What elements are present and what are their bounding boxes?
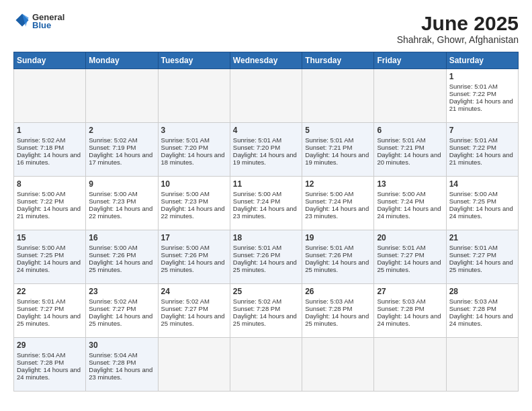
sunset-label: Sunset: 7:23 PM — [161, 197, 208, 205]
daylight-label: Daylight: 14 hours and 17 minutes. — [89, 151, 152, 166]
sunrise-label: Sunrise: 5:01 AM — [449, 136, 498, 144]
day-number: 9 — [89, 179, 154, 189]
day-info: Sunrise: 5:01 AMSunset: 7:20 PMDaylight:… — [161, 136, 227, 166]
sunset-label: Sunset: 7:26 PM — [89, 251, 136, 259]
sunrise-label: Sunrise: 5:01 AM — [233, 136, 281, 144]
column-header-sunday: Sunday — [14, 52, 86, 69]
sunset-label: Sunset: 7:24 PM — [233, 197, 280, 205]
week-row-3: 8Sunrise: 5:00 AMSunset: 7:22 PMDaylight… — [14, 177, 519, 230]
daylight-label: Daylight: 14 hours and 21 minutes. — [449, 97, 513, 112]
calendar-cell: 12Sunrise: 5:00 AMSunset: 7:24 PMDayligh… — [302, 177, 374, 230]
calendar-cell — [446, 338, 518, 392]
sunrise-label: Sunrise: 5:00 AM — [233, 190, 281, 197]
sunset-label: Sunset: 7:27 PM — [89, 305, 136, 312]
header-row: SundayMondayTuesdayWednesdayThursdayFrid… — [14, 52, 519, 69]
sunrise-label: Sunrise: 5:00 AM — [89, 190, 137, 197]
week-row-6: 29Sunrise: 5:04 AMSunset: 7:28 PMDayligh… — [14, 338, 519, 392]
day-info: Sunrise: 5:02 AMSunset: 7:27 PMDaylight:… — [89, 298, 154, 327]
day-number: 18 — [233, 233, 299, 242]
calendar-cell: 8Sunrise: 5:00 AMSunset: 7:22 PMDaylight… — [14, 177, 86, 230]
sunset-label: Sunset: 7:22 PM — [449, 90, 496, 97]
daylight-label: Daylight: 14 hours and 20 minutes. — [377, 151, 441, 166]
sunrise-label: Sunrise: 5:01 AM — [17, 298, 65, 305]
week-row-5: 22Sunrise: 5:01 AMSunset: 7:27 PMDayligh… — [14, 284, 519, 338]
day-info: Sunrise: 5:00 AMSunset: 7:24 PMDaylight:… — [305, 190, 371, 220]
sunset-label: Sunset: 7:22 PM — [17, 197, 64, 205]
daylight-label: Daylight: 14 hours and 22 minutes. — [161, 205, 225, 220]
calendar-cell: 14Sunrise: 5:00 AMSunset: 7:25 PMDayligh… — [446, 177, 518, 230]
calendar-cell — [14, 69, 86, 123]
logo: General Blue — [13, 12, 64, 30]
daylight-label: Daylight: 14 hours and 18 minutes. — [161, 151, 225, 166]
day-number: 24 — [161, 287, 227, 296]
calendar-cell: 3Sunrise: 5:01 AMSunset: 7:20 PMDaylight… — [158, 123, 230, 177]
day-number: 7 — [449, 126, 515, 135]
calendar-cell — [374, 69, 446, 123]
sunset-label: Sunset: 7:18 PM — [17, 144, 64, 151]
daylight-label: Daylight: 14 hours and 25 minutes. — [89, 259, 152, 273]
sunrise-label: Sunrise: 5:01 AM — [305, 136, 353, 144]
sunrise-label: Sunrise: 5:02 AM — [233, 298, 281, 305]
header: General Blue June 2025 Shahrak, Ghowr, A… — [13, 12, 519, 45]
day-info: Sunrise: 5:00 AMSunset: 7:25 PMDaylight:… — [17, 244, 83, 273]
calendar-cell: 20Sunrise: 5:01 AMSunset: 7:27 PMDayligh… — [374, 230, 446, 284]
daylight-label: Daylight: 14 hours and 25 minutes. — [17, 312, 81, 327]
day-info: Sunrise: 5:01 AMSunset: 7:27 PMDaylight:… — [449, 244, 515, 273]
day-number: 30 — [89, 340, 154, 350]
daylight-label: Daylight: 14 hours and 25 minutes. — [449, 259, 513, 273]
day-number: 17 — [161, 233, 227, 242]
day-info: Sunrise: 5:01 AMSunset: 7:22 PMDaylight:… — [449, 136, 515, 166]
day-info: Sunrise: 5:03 AMSunset: 7:28 PMDaylight:… — [305, 298, 371, 327]
sunset-label: Sunset: 7:27 PM — [377, 251, 424, 259]
daylight-label: Daylight: 14 hours and 24 minutes. — [449, 205, 513, 220]
day-number: 6 — [377, 126, 443, 135]
sunset-label: Sunset: 7:26 PM — [233, 251, 280, 259]
calendar-cell: 23Sunrise: 5:02 AMSunset: 7:27 PMDayligh… — [86, 284, 158, 338]
sunset-label: Sunset: 7:19 PM — [89, 144, 136, 151]
calendar-cell: 24Sunrise: 5:02 AMSunset: 7:27 PMDayligh… — [158, 284, 230, 338]
day-number: 25 — [233, 287, 299, 296]
sunset-label: Sunset: 7:20 PM — [233, 144, 280, 151]
calendar-cell: 21Sunrise: 5:01 AMSunset: 7:27 PMDayligh… — [446, 230, 518, 284]
sunrise-label: Sunrise: 5:00 AM — [161, 190, 210, 197]
day-info: Sunrise: 5:00 AMSunset: 7:23 PMDaylight:… — [89, 190, 154, 220]
day-number: 11 — [233, 179, 299, 189]
sunset-label: Sunset: 7:23 PM — [89, 197, 136, 205]
daylight-label: Daylight: 14 hours and 25 minutes. — [161, 259, 225, 273]
day-number: 10 — [161, 179, 227, 189]
daylight-label: Daylight: 14 hours and 25 minutes. — [305, 312, 369, 327]
column-header-thursday: Thursday — [302, 52, 374, 69]
daylight-label: Daylight: 14 hours and 23 minutes. — [305, 205, 369, 220]
calendar-cell: 19Sunrise: 5:01 AMSunset: 7:26 PMDayligh… — [302, 230, 374, 284]
daylight-label: Daylight: 14 hours and 24 minutes. — [17, 259, 81, 273]
sunset-label: Sunset: 7:24 PM — [305, 197, 352, 205]
sunset-label: Sunset: 7:28 PM — [377, 305, 424, 312]
sunset-label: Sunset: 7:24 PM — [377, 197, 424, 205]
sunset-label: Sunset: 7:27 PM — [17, 305, 64, 312]
sunset-label: Sunset: 7:26 PM — [161, 251, 208, 259]
title-block: June 2025 Shahrak, Ghowr, Afghanistan — [397, 12, 519, 45]
day-number: 20 — [377, 233, 443, 242]
calendar-cell: 30Sunrise: 5:04 AMSunset: 7:28 PMDayligh… — [86, 338, 158, 392]
calendar-cell — [302, 69, 374, 123]
week-row-4: 15Sunrise: 5:00 AMSunset: 7:25 PMDayligh… — [14, 230, 519, 284]
sunrise-label: Sunrise: 5:04 AM — [17, 351, 65, 359]
calendar-cell — [158, 69, 230, 123]
day-number: 1 — [449, 72, 515, 81]
sunrise-label: Sunrise: 5:01 AM — [377, 244, 425, 251]
day-number: 23 — [89, 287, 154, 296]
daylight-label: Daylight: 14 hours and 24 minutes. — [17, 366, 81, 381]
daylight-label: Daylight: 14 hours and 21 minutes. — [449, 151, 513, 166]
daylight-label: Daylight: 14 hours and 24 minutes. — [377, 312, 441, 327]
calendar-cell: 27Sunrise: 5:03 AMSunset: 7:28 PMDayligh… — [374, 284, 446, 338]
calendar-cell: 1Sunrise: 5:02 AMSunset: 7:18 PMDaylight… — [14, 123, 86, 177]
day-info: Sunrise: 5:02 AMSunset: 7:27 PMDaylight:… — [161, 298, 227, 327]
sunrise-label: Sunrise: 5:01 AM — [449, 244, 498, 251]
sunrise-label: Sunrise: 5:04 AM — [89, 351, 137, 359]
calendar-cell: 25Sunrise: 5:02 AMSunset: 7:28 PMDayligh… — [230, 284, 302, 338]
day-number: 16 — [89, 233, 154, 242]
sunrise-label: Sunrise: 5:01 AM — [305, 244, 353, 251]
calendar-cell — [86, 69, 158, 123]
sunset-label: Sunset: 7:28 PM — [449, 305, 496, 312]
calendar-cell: 4Sunrise: 5:01 AMSunset: 7:20 PMDaylight… — [230, 123, 302, 177]
